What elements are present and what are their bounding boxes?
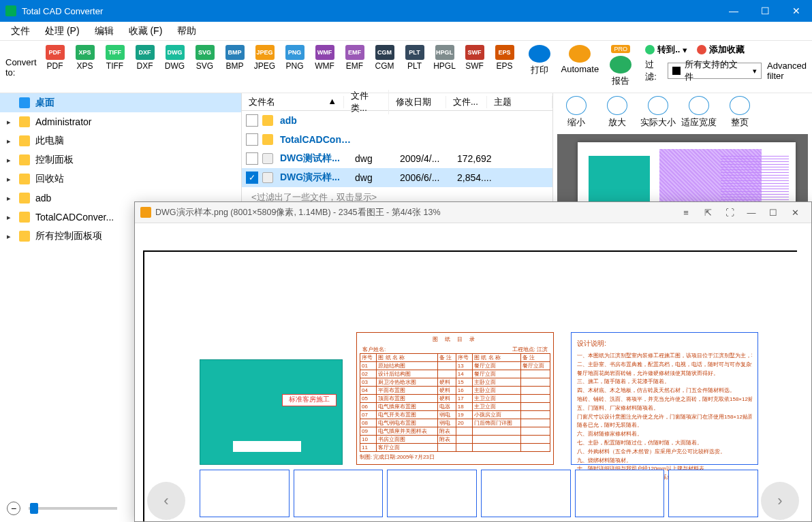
minimize-button[interactable]: — (718, 0, 749, 22)
col-subject[interactable]: 主题 (487, 96, 552, 108)
window-titlebar: Total CAD Converter — ☐ ✕ (0, 0, 812, 22)
zoom-out-button[interactable]: − (7, 502, 20, 515)
tree-item-1[interactable]: ▸Administrator (0, 112, 241, 131)
format-pdf[interactable]: PDFPDF (42, 44, 68, 72)
format-swf[interactable]: SWFSWF (462, 44, 488, 72)
folder-icon (19, 193, 30, 203)
tree-item-3[interactable]: ▸控制面板 (0, 150, 241, 169)
format-dxf[interactable]: DXFDXF (132, 44, 158, 72)
next-image-button[interactable]: › (761, 482, 799, 520)
format-dwg[interactable]: DWGDWG (162, 44, 188, 72)
wmf-icon: WMF (315, 45, 334, 60)
plt-icon: PLT (405, 45, 424, 60)
app-icon (5, 5, 16, 16)
svg-icon: SVG (196, 45, 215, 60)
format-svg[interactable]: SVGSVG (192, 44, 218, 72)
format-plt[interactable]: PLTPLT (402, 44, 428, 72)
favorite-link[interactable]: 添加收藏 (697, 44, 745, 56)
convert-to-label: Convert to: (5, 44, 42, 78)
cad-plan-thumbnails (200, 470, 758, 517)
format-cgm[interactable]: CGMCGM (372, 44, 398, 72)
cad-design-notes: 设计说明: 一、本图纸为江滨别墅室内装修工程施工图，该项目位于江滨别墅为主，将建… (571, 332, 758, 465)
preview-整页[interactable]: 整页 (721, 96, 759, 129)
tree-item-4[interactable]: ▸回收站 (0, 169, 241, 189)
filter-select[interactable]: 所有支持的文件 (668, 63, 762, 79)
file-icon (262, 172, 273, 183)
menu-文件[interactable]: 文件 (4, 23, 37, 39)
zoom-slider[interactable] (29, 507, 117, 510)
folder-icon (19, 97, 30, 108)
preview-缩小[interactable]: 缩小 (557, 96, 595, 129)
column-headers: 文件名▲ 文件类... 修改日期 文件... 主题 (242, 93, 552, 111)
print-button[interactable]: 打印 (529, 44, 550, 78)
file-row-1[interactable]: TotalCADConverter (242, 130, 552, 149)
automate-button[interactable]: Automate (561, 44, 599, 76)
xps-icon: XPS (76, 45, 95, 60)
file-row-0[interactable]: adb (242, 111, 552, 130)
preview-放大[interactable]: 放大 (598, 96, 636, 129)
automate-icon (569, 45, 591, 63)
menu-帮助[interactable]: 帮助 (170, 23, 203, 39)
preview-适应宽度[interactable]: 适应宽度 (680, 96, 718, 129)
file-icon (262, 153, 273, 164)
viewer-fullscreen-button[interactable]: ⛶ (719, 208, 740, 218)
jpeg-icon: JPEG (255, 45, 275, 60)
row-checkbox[interactable] (246, 114, 258, 127)
preview-toolbar: 缩小放大实际大小适应宽度整页 (553, 93, 812, 131)
format-hpgl[interactable]: HPGLHPGL (432, 44, 458, 72)
maximize-button[interactable]: ☐ (749, 0, 781, 22)
folder-icon (19, 154, 30, 165)
folder-icon (262, 134, 273, 145)
bmp-icon: BMP (225, 45, 245, 60)
viewer-canvas[interactable]: ‹ › 标准客房施工 图 纸 目 录 客户姓名:工程地点: 江滨 序号图 纸 名… (135, 223, 811, 521)
preview-实际大小[interactable]: 实际大小 (639, 96, 677, 129)
menu-处理 (P)[interactable]: 处理 (P) (38, 23, 87, 39)
format-wmf[interactable]: WMFWMF (312, 44, 338, 72)
viewer-title-text: DWG演示样本.png (8001×5809像素, 1.14MB) - 2345… (155, 207, 675, 218)
png-icon: PNG (285, 45, 304, 60)
row-checkbox[interactable] (246, 133, 258, 146)
window-title: Total CAD Converter (22, 6, 718, 16)
report-icon (610, 56, 631, 74)
folder-icon (262, 115, 273, 126)
advanced-filter-link[interactable]: Advanced filter (767, 61, 812, 81)
file-row-3[interactable]: ✓DWG演示样...dwg2006/6/...2,854.... (242, 168, 552, 187)
zoom-slider-area: − (7, 502, 117, 515)
viewer-maximize-button[interactable]: ☐ (762, 208, 784, 218)
tree-item-2[interactable]: ▸此电脑 (0, 131, 241, 150)
viewer-close-button[interactable]: ✕ (784, 208, 806, 218)
eps-icon: EPS (495, 45, 514, 60)
col-size[interactable]: 文件... (446, 96, 487, 108)
row-checkbox[interactable]: ✓ (246, 172, 258, 184)
close-button[interactable]: ✕ (781, 0, 812, 22)
folder-icon (19, 174, 30, 184)
goto-icon (645, 45, 655, 54)
toolbar: Convert to: PDFPDFXPSXPSTIFFTIFFDXFDXFDW… (0, 41, 812, 93)
col-name[interactable]: 文件名▲ (242, 96, 344, 108)
pro-badge: PRO (611, 45, 630, 53)
menu-收藏 (F)[interactable]: 收藏 (F) (122, 23, 170, 39)
dxf-icon: DXF (136, 45, 155, 60)
prev-image-button[interactable]: ‹ (147, 482, 185, 520)
viewer-pin-button[interactable]: ⇱ (697, 208, 719, 218)
goto-link[interactable]: 转到.. ▾ (645, 44, 687, 56)
cad-cover-label: 标准客房施工 (282, 394, 337, 406)
format-jpeg[interactable]: JPEGJPEG (252, 44, 278, 72)
format-eps[interactable]: EPSEPS (492, 44, 518, 72)
format-xps[interactable]: XPSXPS (72, 44, 98, 72)
viewer-menu-button[interactable]: ≡ (675, 208, 697, 218)
menu-编辑[interactable]: 编辑 (88, 23, 121, 39)
filter-label: 过滤: (645, 59, 662, 83)
format-bmp[interactable]: BMPBMP (222, 44, 248, 72)
format-png[interactable]: PNGPNG (282, 44, 308, 72)
folder-icon (19, 212, 30, 223)
tree-item-0[interactable]: 桌面 (0, 93, 241, 112)
viewer-minimize-button[interactable]: — (740, 208, 762, 218)
row-checkbox[interactable] (246, 152, 258, 165)
report-button[interactable]: PRO 报告 (610, 44, 631, 88)
pdf-icon: PDF (46, 45, 65, 60)
file-row-2[interactable]: DWG测试样...dwg2009/4/...172,692 (242, 149, 552, 168)
format-tiff[interactable]: TIFFTIFF (102, 44, 128, 72)
format-emf[interactable]: EMFEMF (342, 44, 368, 72)
col-date[interactable]: 修改日期 (389, 96, 446, 108)
